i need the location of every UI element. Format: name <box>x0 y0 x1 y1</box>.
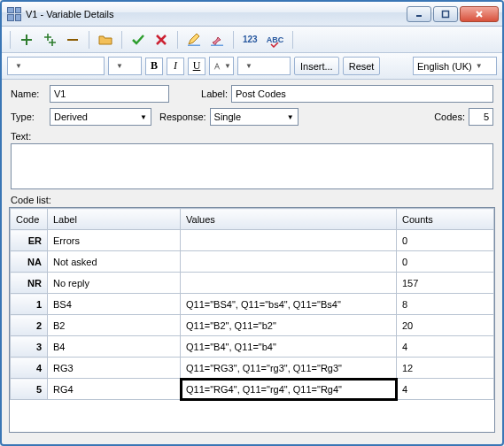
close-button[interactable] <box>460 6 499 22</box>
font-color-combo[interactable]: ▼ <box>209 57 234 75</box>
cell-label[interactable]: BS4 <box>48 294 181 315</box>
cell-counts[interactable]: 4 <box>397 379 494 400</box>
type-select[interactable]: Derived▼ <box>50 108 151 126</box>
codelist-grid[interactable]: Code Label Values Counts ERErrors0NANot … <box>9 207 495 433</box>
name-label: Name: <box>11 88 46 99</box>
add-multiple-button[interactable] <box>40 30 59 50</box>
cell-counts[interactable]: 0 <box>397 251 494 273</box>
col-values[interactable]: Values <box>181 209 397 230</box>
cell-code[interactable]: NR <box>11 273 48 294</box>
cell-counts[interactable]: 12 <box>397 358 494 379</box>
cell-counts[interactable]: 157 <box>397 273 494 294</box>
text-field[interactable] <box>11 143 493 189</box>
cell-values[interactable]: Q11="BS4", Q11="bs4", Q11="Bs4" <box>181 294 397 315</box>
edit-pencil-button[interactable] <box>184 30 204 50</box>
name-field[interactable] <box>50 85 169 103</box>
renumber-button[interactable]: 123 <box>240 30 260 50</box>
cell-values[interactable]: Q11="B2", Q11="b2" <box>181 315 397 336</box>
table-row[interactable]: NRNo reply157 <box>11 273 494 294</box>
label-field[interactable] <box>231 85 493 103</box>
cell-label[interactable]: Not asked <box>48 251 181 273</box>
reset-button[interactable]: Reset <box>343 57 381 75</box>
cell-code[interactable]: ER <box>11 230 48 251</box>
cell-counts[interactable]: 4 <box>397 336 494 358</box>
bold-button[interactable]: B <box>145 58 163 75</box>
cell-label[interactable]: B4 <box>48 336 181 358</box>
open-folder-button[interactable] <box>96 30 115 50</box>
cell-counts[interactable]: 8 <box>397 294 494 315</box>
cell-values[interactable] <box>181 273 397 294</box>
cell-label[interactable]: RG3 <box>48 358 181 379</box>
cell-values[interactable] <box>181 230 397 251</box>
type-label: Type: <box>11 112 46 122</box>
table-row[interactable]: 2B2Q11="B2", Q11="b2"20 <box>11 315 494 336</box>
svg-rect-5 <box>188 44 200 46</box>
font-size-combo[interactable]: ▼ <box>108 57 142 75</box>
col-label[interactable]: Label <box>48 209 181 230</box>
titlebar: V1 - Variable Details <box>2 2 502 27</box>
label-label: Label: <box>198 88 228 99</box>
cell-code[interactable]: 5 <box>11 379 48 400</box>
maximize-button[interactable] <box>433 6 458 22</box>
cell-label[interactable]: No reply <box>48 273 181 294</box>
cell-values[interactable]: Q11="RG3", Q11="rg3", Q11="Rg3" <box>181 358 397 379</box>
cell-values[interactable]: Q11="RG4", Q11="rg4", Q11="Rg4" <box>181 379 397 400</box>
svg-rect-6 <box>211 44 223 46</box>
cell-code[interactable]: 2 <box>11 315 48 336</box>
insert-button[interactable]: Insert... <box>294 57 339 75</box>
language-combo[interactable]: English (UK)▼ <box>413 57 497 75</box>
style-combo[interactable]: ▼ <box>237 57 291 75</box>
cell-values[interactable]: Q11="B4", Q11="b4" <box>181 336 397 358</box>
spellcheck-button[interactable]: ABC <box>264 30 287 50</box>
codelist-label: Code list: <box>2 193 502 207</box>
remove-button[interactable] <box>63 30 82 50</box>
cell-counts[interactable]: 20 <box>397 315 494 336</box>
form-area: Name: Label: Type: Derived▼ Response: Si… <box>2 80 502 193</box>
italic-button[interactable]: I <box>167 58 184 75</box>
table-row[interactable]: ERErrors0 <box>11 230 494 251</box>
toolbar: 123 ABC <box>2 27 502 53</box>
codes-label: Codes: <box>434 112 465 122</box>
cell-code[interactable]: NA <box>11 251 48 273</box>
table-row[interactable]: NANot asked0 <box>11 251 494 273</box>
cancel-button[interactable] <box>151 30 171 50</box>
cell-code[interactable]: 1 <box>11 294 48 315</box>
minimize-button[interactable] <box>407 6 431 22</box>
accept-button[interactable] <box>128 30 148 50</box>
underline-button[interactable]: U <box>188 58 205 75</box>
table-row[interactable]: 1BS4Q11="BS4", Q11="bs4", Q11="Bs4"8 <box>11 294 494 315</box>
response-select[interactable]: Single▼ <box>210 108 299 126</box>
col-code[interactable]: Code <box>11 209 48 230</box>
font-family-combo[interactable]: ▼ <box>7 57 105 75</box>
text-label: Text: <box>11 131 31 142</box>
app-icon <box>7 7 21 21</box>
codes-field[interactable] <box>469 108 493 126</box>
cell-code[interactable]: 4 <box>11 358 48 379</box>
cell-counts[interactable]: 0 <box>397 230 494 251</box>
table-row[interactable]: 4RG3Q11="RG3", Q11="rg3", Q11="Rg3"12 <box>11 358 494 379</box>
cell-values[interactable] <box>181 251 397 273</box>
add-button[interactable] <box>17 30 36 50</box>
clear-formatting-button[interactable] <box>207 30 227 50</box>
window-title: V1 - Variable Details <box>26 9 407 19</box>
response-label: Response: <box>159 112 206 122</box>
formatbar: ▼ ▼ B I U ▼ ▼ Insert... Reset English (U… <box>2 53 502 80</box>
table-row[interactable]: 3B4Q11="B4", Q11="b4"4 <box>11 336 494 358</box>
cell-label[interactable]: B2 <box>48 315 181 336</box>
cell-code[interactable]: 3 <box>11 336 48 358</box>
col-counts[interactable]: Counts <box>397 209 494 230</box>
cell-label[interactable]: RG4 <box>48 379 181 400</box>
svg-rect-1 <box>443 11 449 17</box>
table-header-row: Code Label Values Counts <box>11 209 494 230</box>
table-row[interactable]: 5RG4Q11="RG4", Q11="rg4", Q11="Rg4"4 <box>11 379 494 400</box>
cell-label[interactable]: Errors <box>48 230 181 251</box>
